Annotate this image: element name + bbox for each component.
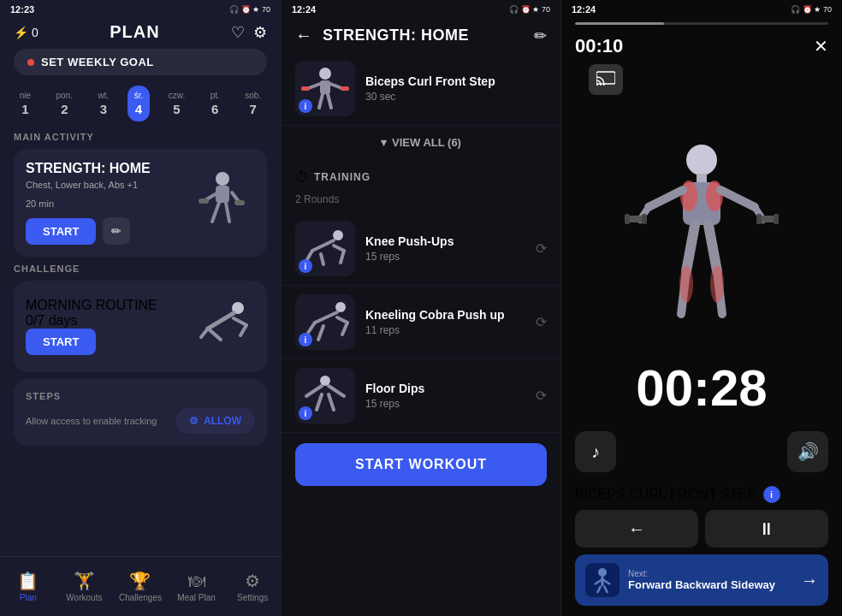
cast-row: [561, 64, 842, 105]
view-all-button[interactable]: ▾ VIEW ALL (6): [282, 126, 560, 159]
status-icons-active: 🎧 ⏰ ★ 70: [791, 5, 832, 14]
day-wt[interactable]: wt. 3: [92, 86, 116, 121]
next-exercise-bar[interactable]: Next: Forward Backward Sideway →: [575, 554, 828, 606]
svg-rect-57: [625, 214, 630, 224]
svg-line-31: [308, 323, 315, 333]
repeat-icon-1[interactable]: ⟳: [536, 314, 547, 330]
svg-rect-42: [697, 174, 707, 182]
settings-icon[interactable]: ⚙: [253, 23, 267, 42]
svg-rect-61: [774, 214, 779, 224]
back-button[interactable]: ←: [295, 26, 312, 45]
next-exercise-name: Forward Backward Sideway: [628, 578, 792, 591]
svg-rect-15: [320, 80, 330, 94]
nav-workouts[interactable]: 🏋 Workouts: [56, 571, 113, 602]
heart-icon[interactable]: ♡: [231, 23, 245, 42]
training-label: TRAINING: [314, 171, 371, 183]
activity-card-info: STRENGTH: HOME Chest, Lower back, Abs +1…: [26, 161, 151, 245]
svg-point-14: [319, 68, 331, 80]
svg-line-32: [318, 326, 323, 340]
playback-controls: ← ⏸: [561, 510, 842, 554]
exercise-item-2: i Floor Dips 15 reps ⟳: [282, 359, 560, 433]
exercise-display: [561, 105, 842, 352]
nav-meal-plan[interactable]: 🍽 Meal Plan: [169, 572, 225, 602]
svg-line-5: [226, 203, 229, 222]
svg-rect-59: [760, 216, 775, 222]
volume-icon: 🔊: [798, 441, 819, 462]
svg-rect-7: [234, 200, 245, 205]
activity-actions: START ✏: [26, 217, 151, 245]
svg-line-30: [337, 317, 347, 323]
svg-line-48: [720, 190, 755, 207]
nav-plan[interactable]: 📋 Plan: [0, 571, 56, 602]
svg-point-44: [680, 181, 697, 211]
nav-settings[interactable]: ⚙ Settings: [224, 571, 281, 602]
workout-header: ← STRENGTH: HOME ✏: [282, 19, 560, 52]
challenge-label: CHALLENGE: [0, 264, 281, 281]
edit-button[interactable]: ✏: [534, 27, 547, 45]
svg-line-13: [240, 325, 246, 335]
nav-challenges[interactable]: 🏆 Challenges: [112, 571, 169, 602]
info-badge-warmup[interactable]: i: [299, 99, 312, 113]
allow-button[interactable]: ⚙ ALLOW: [175, 408, 255, 434]
header-icons: ♡ ⚙: [231, 23, 267, 42]
goal-dot: [27, 59, 34, 66]
day-czw[interactable]: czw. 5: [162, 86, 192, 121]
warmup-detail: 30 sec: [365, 91, 547, 103]
svg-line-66: [597, 586, 601, 593]
svg-line-46: [649, 190, 683, 207]
info-badge-2[interactable]: i: [299, 406, 312, 420]
music-icon: ♪: [591, 442, 600, 462]
plan-header: ⚡ 0 PLAN ♡ ⚙: [0, 19, 281, 49]
exercise-name-0: Knee Push-Ups: [365, 234, 525, 248]
day-pt[interactable]: pt. 6: [204, 86, 227, 121]
progress-fill: [575, 22, 664, 25]
challenges-nav-icon: 🏆: [129, 571, 151, 591]
next-exercise-figure: [588, 566, 617, 595]
svg-line-52: [709, 225, 717, 271]
svg-line-29: [315, 312, 337, 323]
repeat-icon-2[interactable]: ⟳: [536, 388, 547, 404]
activity-figure: [187, 169, 251, 233]
svg-rect-58: [642, 214, 647, 224]
svg-point-41: [686, 145, 717, 175]
day-sr[interactable]: śr. 4: [127, 86, 151, 121]
exercise-thumb-1: i: [295, 294, 355, 350]
status-bar-active: 12:24 🎧 ⏰ ★ 70: [561, 0, 842, 19]
activity-edit-button[interactable]: ✏: [103, 217, 130, 245]
music-button[interactable]: ♪: [575, 431, 616, 472]
media-controls: ♪ 🔊: [561, 424, 842, 479]
close-button[interactable]: ✕: [814, 36, 828, 56]
challenge-image: [191, 293, 255, 360]
day-nie[interactable]: nie 1: [13, 86, 38, 121]
timer-icon: ⏱: [295, 169, 309, 185]
repeat-icon-0[interactable]: ⟳: [536, 240, 547, 257]
weekly-goal-button[interactable]: SET WEEKLY GOAL: [14, 49, 267, 75]
bottom-nav: 📋 Plan 🏋 Workouts 🏆 Challenges 🍽 Meal Pl…: [0, 556, 281, 616]
activity-image: [187, 169, 255, 237]
day-pon[interactable]: pon. 2: [50, 86, 80, 121]
svg-line-4: [212, 203, 219, 222]
activity-start-button[interactable]: START: [26, 218, 96, 245]
cast-button[interactable]: [589, 64, 623, 95]
exercise-name-1: Kneeling Cobra Push up: [365, 308, 525, 322]
start-workout-button[interactable]: START WORKOUT: [295, 443, 547, 486]
volume-button[interactable]: 🔊: [787, 431, 828, 472]
info-button[interactable]: i: [763, 486, 780, 503]
previous-button[interactable]: ←: [575, 510, 698, 548]
exercise-thumb-2: i: [295, 368, 355, 424]
svg-line-50: [686, 225, 695, 271]
activity-card: STRENGTH: HOME Chest, Lower back, Abs +1…: [14, 149, 267, 257]
settings-nav-icon: ⚙: [245, 571, 260, 591]
challenge-start-button[interactable]: START: [26, 329, 96, 355]
svg-rect-56: [628, 216, 643, 222]
plan-nav-icon: 📋: [17, 571, 39, 591]
day-sob[interactable]: sob. 7: [238, 86, 268, 121]
next-arrow-icon: →: [801, 571, 818, 590]
info-badge-1[interactable]: i: [299, 333, 312, 346]
workouts-nav-icon: 🏋: [74, 571, 95, 591]
svg-line-27: [341, 251, 344, 263]
info-badge-0[interactable]: i: [299, 259, 312, 273]
progress-bar: [575, 22, 828, 25]
pause-button[interactable]: ⏸: [705, 510, 828, 548]
active-header: 00:10 ✕: [561, 32, 842, 64]
